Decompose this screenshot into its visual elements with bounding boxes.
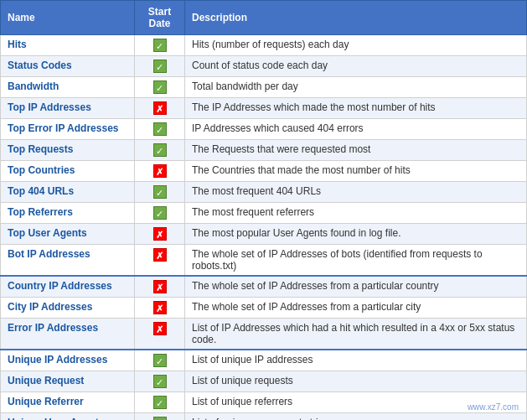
check-icon: ✓ — [153, 375, 167, 388]
row-description: The most frequent referrers — [185, 203, 527, 224]
cross-icon: ✗ — [153, 322, 167, 335]
row-description: The whole set of IP Addresses from a par… — [185, 276, 527, 298]
table-row: Hits✓Hits (number of requests) each day — [1, 35, 527, 56]
watermark: www.xz7.com — [468, 402, 519, 412]
row-name: Country IP Addresses — [1, 276, 135, 298]
row-name: Bot IP Addresses — [1, 245, 135, 277]
row-name: Top Requests — [1, 140, 135, 161]
row-icon: ✓ — [135, 140, 185, 161]
row-name: Unique Referrer — [1, 392, 135, 413]
table-row: Top Error IP Addresses✓IP Addresses whic… — [1, 119, 527, 140]
table-row: Top User Agents✗The most popular User Ag… — [1, 224, 527, 245]
row-icon: ✓ — [135, 392, 185, 413]
row-name: Top 404 URLs — [1, 182, 135, 203]
row-description: Hits (number of requests) each day — [185, 35, 527, 56]
row-description: The IP Addresses which made the most num… — [185, 98, 527, 119]
row-name: Error IP Addresses — [1, 319, 135, 350]
table-row: City IP Addresses✗The whole set of IP Ad… — [1, 298, 527, 319]
row-name: Unique User-Agent — [1, 413, 135, 421]
row-description: IP Addresses which caused 404 errors — [185, 119, 527, 140]
col-header-name: Name — [1, 1, 135, 35]
cross-icon: ✗ — [153, 248, 167, 262]
check-icon: ✓ — [153, 417, 167, 420]
cross-icon: ✗ — [153, 164, 167, 178]
check-icon: ✓ — [153, 185, 167, 199]
check-icon: ✓ — [153, 354, 167, 367]
row-name: Top User Agents — [1, 224, 135, 245]
table-row: Bot IP Addresses✗The whole set of IP Add… — [1, 245, 527, 277]
check-icon: ✓ — [153, 143, 167, 157]
col-header-description: Description — [185, 1, 527, 35]
row-description: The whole set of IP Addresses from a par… — [185, 298, 527, 319]
row-icon: ✓ — [135, 203, 185, 224]
col-header-start-date: StartDate — [135, 1, 185, 35]
row-name: Top Error IP Addresses — [1, 119, 135, 140]
row-description: Total bandwidth per day — [185, 77, 527, 98]
row-description: List of unique user agent strings — [185, 413, 527, 421]
row-icon: ✓ — [135, 182, 185, 203]
row-name: Bandwidth — [1, 77, 135, 98]
row-description: The Countries that made the most number … — [185, 161, 527, 182]
row-icon: ✗ — [135, 245, 185, 277]
row-name: Top IP Addresses — [1, 98, 135, 119]
row-icon: ✓ — [135, 56, 185, 77]
row-description: The most popular User Agents found in lo… — [185, 224, 527, 245]
row-icon: ✗ — [135, 276, 185, 298]
row-name: Top Countries — [1, 161, 135, 182]
table-row: Unique IP Addresses✓List of unique IP ad… — [1, 350, 527, 371]
row-name: Unique IP Addresses — [1, 350, 135, 371]
row-icon: ✓ — [135, 77, 185, 98]
table-row: Top 404 URLs✓The most frequent 404 URLs — [1, 182, 527, 203]
row-description: The whole set of IP Addresses of bots (i… — [185, 245, 527, 277]
table-row: Error IP Addresses✗List of IP Addresses … — [1, 319, 527, 350]
row-icon: ✓ — [135, 350, 185, 371]
row-icon: ✗ — [135, 319, 185, 350]
table-header-row: Name StartDate Description — [1, 1, 527, 35]
row-name: Status Codes — [1, 56, 135, 77]
table-row: Unique User-Agent✓List of unique user ag… — [1, 413, 527, 421]
cross-icon: ✗ — [153, 101, 167, 115]
row-icon: ✗ — [135, 224, 185, 245]
check-icon: ✓ — [153, 60, 167, 73]
row-name: Hits — [1, 35, 135, 56]
check-icon: ✓ — [153, 80, 167, 94]
row-name: City IP Addresses — [1, 298, 135, 319]
row-icon: ✓ — [135, 119, 185, 140]
row-description: List of IP Addresses which had a hit whi… — [185, 319, 527, 350]
table-row: Status Codes✓Count of status code each d… — [1, 56, 527, 77]
check-icon: ✓ — [153, 396, 167, 409]
cross-icon: ✗ — [153, 280, 167, 293]
cross-icon: ✗ — [153, 227, 167, 241]
row-name: Unique Request — [1, 371, 135, 392]
row-description: Count of status code each day — [185, 56, 527, 77]
cross-icon: ✗ — [153, 301, 167, 314]
row-icon: ✗ — [135, 161, 185, 182]
table-row: Top Countries✗The Countries that made th… — [1, 161, 527, 182]
table-row: Country IP Addresses✗The whole set of IP… — [1, 276, 527, 298]
table-row: Unique Referrer✓List of unique referrers — [1, 392, 527, 413]
row-description: List of unique requests — [185, 371, 527, 392]
check-icon: ✓ — [153, 122, 167, 136]
row-icon: ✗ — [135, 98, 185, 119]
row-icon: ✓ — [135, 413, 185, 421]
table-row: Top Requests✓The Requests that were requ… — [1, 140, 527, 161]
table-row: Top IP Addresses✗The IP Addresses which … — [1, 98, 527, 119]
row-icon: ✓ — [135, 371, 185, 392]
check-icon: ✓ — [153, 206, 167, 220]
row-description: List of unique IP addresses — [185, 350, 527, 371]
table-row: Bandwidth✓Total bandwidth per day — [1, 77, 527, 98]
table-row: Top Referrers✓The most frequent referrer… — [1, 203, 527, 224]
main-table: Name StartDate Description Hits✓Hits (nu… — [0, 0, 527, 420]
row-description: The Requests that were requested most — [185, 140, 527, 161]
check-icon: ✓ — [153, 39, 167, 52]
row-icon: ✗ — [135, 298, 185, 319]
row-description: The most frequent 404 URLs — [185, 182, 527, 203]
row-icon: ✓ — [135, 35, 185, 56]
row-name: Top Referrers — [1, 203, 135, 224]
table-row: Unique Request✓List of unique requests — [1, 371, 527, 392]
